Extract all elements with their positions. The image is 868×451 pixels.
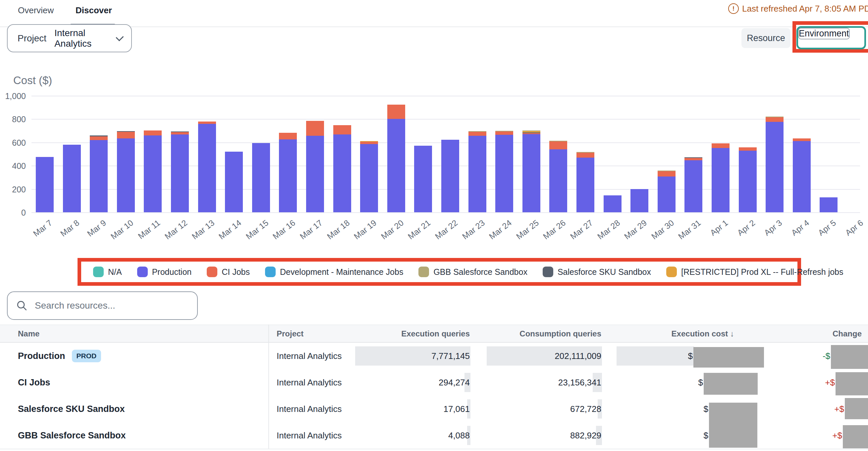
bar-segment[interactable]	[441, 140, 459, 212]
consumption-queries-value: 23,156,341	[496, 369, 601, 396]
bar-segment[interactable]	[117, 131, 135, 132]
bar-segment[interactable]	[117, 132, 135, 138]
bar-segment[interactable]	[658, 176, 676, 212]
gridline	[31, 96, 860, 96]
bar-segment[interactable]	[577, 158, 594, 212]
legend-item[interactable]: [RESTRICTED] Prod XL -- Full-Refresh job…	[666, 266, 843, 277]
bar-segment[interactable]	[658, 170, 676, 171]
column-header-name[interactable]: Name	[18, 325, 39, 342]
warning-icon: !	[728, 3, 739, 14]
bar-segment[interactable]	[90, 136, 108, 140]
bar-segment[interactable]	[387, 105, 405, 119]
legend-item[interactable]: CI Jobs	[207, 266, 250, 277]
bar-segment[interactable]	[360, 142, 378, 144]
bar-segment[interactable]	[198, 122, 216, 124]
bar-segment[interactable]	[739, 151, 757, 212]
bar-segment[interactable]	[684, 157, 702, 158]
environment-button[interactable]: Environment	[798, 28, 850, 39]
project-dropdown[interactable]: Project Internal Analytics	[7, 24, 132, 52]
bar-segment[interactable]	[630, 189, 648, 212]
column-header-consumption-queries[interactable]: Consumption queries	[502, 325, 601, 342]
column-header-execution-cost[interactable]: Execution cost ↓	[635, 325, 734, 342]
bar-segment[interactable]	[387, 119, 405, 212]
bar-segment[interactable]	[468, 132, 486, 136]
bar-segment[interactable]	[766, 117, 783, 122]
bar-segment[interactable]	[495, 131, 513, 131]
bar-segment[interactable]	[819, 197, 838, 212]
bar-segment[interactable]	[684, 158, 702, 160]
bar-segment[interactable]	[684, 160, 702, 212]
y-axis-tick-label: 800	[3, 114, 26, 125]
bar-segment[interactable]	[549, 141, 567, 149]
bar-segment[interactable]	[766, 117, 783, 117]
bar-segment[interactable]	[468, 136, 486, 212]
bar-segment[interactable]	[523, 131, 540, 132]
execution-queries-value: 7,771,145	[365, 343, 470, 369]
bar-segment[interactable]	[333, 125, 351, 134]
bar-segment[interactable]	[793, 138, 811, 141]
bar-segment[interactable]	[658, 171, 676, 176]
bar-segment[interactable]	[144, 130, 162, 135]
column-header-execution-queries[interactable]: Execution queries	[370, 325, 470, 342]
bar-segment[interactable]	[36, 157, 54, 212]
bar-segment[interactable]	[144, 135, 162, 212]
bar-segment[interactable]	[523, 133, 540, 134]
change-prefix: +$	[802, 422, 842, 449]
column-header-project[interactable]: Project	[277, 325, 304, 342]
y-axis-tick-label: 600	[3, 137, 26, 148]
legend-swatch	[93, 266, 104, 277]
bar-segment[interactable]	[523, 134, 540, 212]
legend-item[interactable]: Development - Maintenance Jobs	[265, 266, 403, 277]
bar-segment[interactable]	[63, 145, 81, 212]
bar-segment[interactable]	[306, 121, 324, 136]
bar-segment[interactable]	[171, 132, 189, 134]
bar-segment[interactable]	[766, 122, 783, 212]
bar-segment[interactable]	[793, 141, 811, 212]
bar-segment[interactable]	[171, 131, 189, 132]
legend-item[interactable]: Salesforce SKU Sandbox	[542, 266, 651, 277]
y-axis-tick-label: 0	[3, 207, 26, 218]
last-refreshed-text: Last refreshed Apr 7, 8:05 AM PD	[742, 4, 868, 14]
redacted-value	[843, 425, 868, 448]
bar-segment[interactable]	[468, 131, 486, 132]
bar-segment[interactable]	[306, 136, 324, 212]
bar-segment[interactable]	[712, 143, 730, 148]
bar-segment[interactable]	[739, 147, 757, 151]
bar-segment[interactable]	[414, 146, 432, 212]
legend-item[interactable]: Production	[137, 266, 192, 277]
sort-desc-arrow-icon[interactable]: ↓	[730, 329, 734, 338]
bar-segment[interactable]	[279, 139, 297, 212]
bar-segment[interactable]	[333, 134, 351, 212]
column-header-change[interactable]: Change	[762, 325, 862, 342]
bar-segment[interactable]	[198, 124, 216, 212]
tab-discover[interactable]: Discover	[75, 5, 112, 15]
bar-segment[interactable]	[549, 141, 567, 141]
bar-segment[interactable]	[90, 135, 108, 136]
change-prefix: -$	[790, 343, 830, 369]
bar-segment[interactable]	[171, 134, 189, 212]
bar-segment[interactable]	[577, 152, 594, 153]
bar-segment[interactable]	[360, 141, 378, 142]
bar-segment[interactable]	[523, 132, 540, 133]
search-input[interactable]	[34, 300, 188, 311]
legend-label: Salesforce SKU Sandbox	[558, 267, 651, 277]
bar-segment[interactable]	[523, 130, 540, 131]
bar-segment[interactable]	[252, 143, 270, 212]
legend-item[interactable]: N/A	[93, 266, 122, 277]
bar-segment[interactable]	[603, 195, 621, 212]
bar-segment[interactable]	[225, 152, 243, 212]
tab-overview[interactable]: Overview	[18, 5, 54, 15]
bar-segment[interactable]	[549, 149, 567, 212]
bar-segment[interactable]	[495, 131, 513, 135]
bar-segment[interactable]	[495, 135, 513, 212]
bar-segment[interactable]	[279, 133, 297, 139]
project-cell: Internal Analytics	[277, 369, 342, 396]
resource-button[interactable]: Resource	[741, 28, 790, 48]
bar-segment[interactable]	[360, 144, 378, 212]
legend-item[interactable]: GBB Salesforce Sandbox	[418, 266, 527, 277]
legend-label: [RESTRICTED] Prod XL -- Full-Refresh job…	[681, 267, 843, 277]
bar-segment[interactable]	[712, 148, 730, 212]
bar-segment[interactable]	[577, 153, 594, 158]
bar-segment[interactable]	[90, 140, 108, 212]
bar-segment[interactable]	[117, 138, 135, 212]
